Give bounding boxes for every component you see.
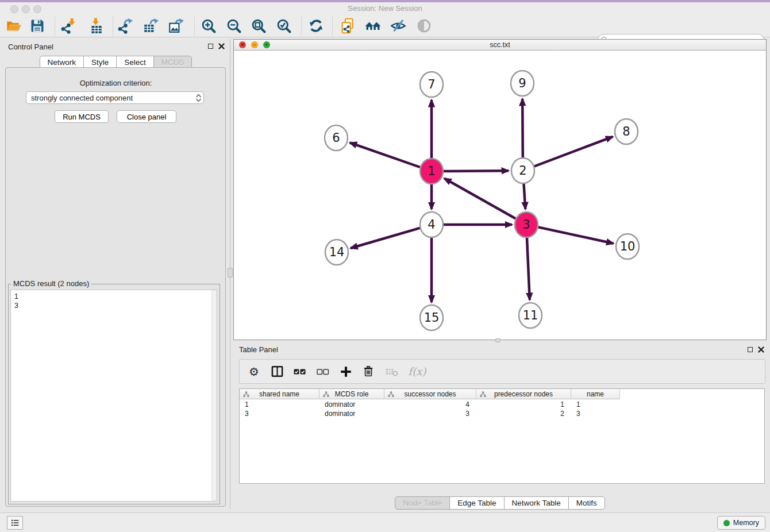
hide-graphics-details-icon[interactable] [390,17,407,34]
svg-text:1: 1 [428,164,435,178]
table-row[interactable]: 1dominator411 [240,400,620,409]
node-9[interactable]: 9 [511,71,534,96]
cell-MCDS-role: dominator [319,400,384,409]
svg-text:15: 15 [424,311,440,325]
select-stepper-icon [193,94,203,102]
node-6[interactable]: 6 [325,125,348,151]
column-header-MCDS-role[interactable]: MCDS role [319,389,384,399]
mcds-result-text: 1 3 [11,290,211,501]
float-table-panel-icon[interactable] [748,347,753,352]
show-graphics-details-icon[interactable] [415,17,433,34]
close-panel-icon[interactable] [218,43,225,49]
table-row[interactable]: 3dominator323 [240,409,620,418]
node-3[interactable]: 3 [515,212,538,237]
close-panel-button[interactable]: Close panel [117,110,176,123]
node-15[interactable]: 15 [420,305,443,330]
float-panel-icon[interactable] [208,44,213,49]
svg-text:10: 10 [620,240,636,253]
edge-3-10[interactable] [538,227,614,243]
deselect-all-icon[interactable] [315,364,330,379]
edge-2-3[interactable] [524,184,526,209]
node-11[interactable]: 11 [519,303,542,328]
task-history-button[interactable] [7,516,23,530]
horizontal-splitter-handle[interactable] [495,338,500,342]
export-table-icon[interactable] [142,17,159,34]
table-header: shared nameMCDS rolesuccessor nodesprede… [240,389,620,399]
memory-label: Memory [733,519,759,527]
vertical-splitter-handle[interactable] [228,268,233,277]
criterion-select[interactable]: strongly connected component [26,91,204,104]
function-builder-icon: f(x) [407,364,427,379]
svg-text:9: 9 [518,76,526,90]
network-title: scc.txt [234,41,766,49]
table-panel-tab-edge-table[interactable]: Edge Table [449,496,504,510]
node-2[interactable]: 2 [511,158,534,183]
zoom-selected-icon[interactable] [275,17,292,34]
node-14[interactable]: 14 [325,240,348,265]
clone-network-icon[interactable] [339,17,356,34]
add-icon[interactable] [338,364,353,379]
select-all-icon[interactable] [292,364,307,379]
table-tabs: Node TableEdge TableNetwork TableMotifs [233,496,767,510]
edge-1-2[interactable] [444,171,509,171]
node-10[interactable]: 10 [616,234,639,259]
column-header-name[interactable]: name [571,389,620,399]
export-image-icon[interactable] [167,17,184,34]
edge-3-11[interactable] [527,238,530,300]
table-panel-tab-motifs[interactable]: Motifs [568,496,605,510]
delete-icon[interactable] [361,364,376,379]
apply-layout-icon[interactable] [307,17,325,34]
edge-2-9[interactable] [522,99,523,157]
cell-successor-nodes: 3 [384,409,476,418]
first-neighbors-icon[interactable] [364,17,382,34]
import-table-icon[interactable] [87,17,105,34]
svg-text:11: 11 [523,309,538,322]
table-settings-icon[interactable]: ⚙ [247,364,261,379]
network-window-titlebar[interactable]: ✕ − + scc.txt [234,40,766,51]
open-session-icon[interactable] [5,17,22,34]
save-session-icon[interactable] [29,17,46,34]
column-header-shared-name[interactable]: shared name [240,389,319,399]
edge-3-1[interactable] [444,179,515,219]
cell-shared-name: 3 [240,409,319,418]
memory-status-icon [723,520,730,526]
cell-predecessor-nodes: 2 [476,409,571,418]
cell-name: 3 [571,409,620,418]
zoom-out-icon[interactable] [225,17,242,34]
table-panel-tab-node-table[interactable]: Node Table [395,496,450,510]
zoom-fit-icon[interactable] [250,17,267,34]
zoom-in-icon[interactable] [200,17,217,34]
network-view-window: ✕ − + scc.txt 1234678910111415 [233,39,767,340]
node-7[interactable]: 7 [420,72,443,97]
cell-name: 1 [571,400,620,409]
node-1[interactable]: 1 [420,159,443,184]
control-panel-title: Control Panel [8,43,53,51]
mcds-result-title: MCDS result (2 nodes) [11,279,91,288]
node-8[interactable]: 8 [615,119,638,144]
optimization-criterion-label: Optimization criterion: [5,79,227,87]
svg-text:6: 6 [332,131,340,145]
edge-1-6[interactable] [350,142,420,167]
table-panel-title: Table Panel [239,345,278,354]
result-scrollbar[interactable] [211,290,217,501]
show-columns-icon[interactable] [270,364,284,379]
application-window: Session: New Session [0,0,770,532]
column-header-successor-nodes[interactable]: successor nodes [384,389,476,399]
table-panel-tab-network-table[interactable]: Network Table [504,496,569,510]
edge-4-14[interactable] [351,228,420,248]
cell-shared-name: 1 [240,400,319,409]
mcds-result-box[interactable]: 1 3 [10,290,217,502]
network-canvas[interactable]: 1234678910111415 [234,51,766,340]
run-mcds-button[interactable]: Run MCDS [55,110,109,123]
column-header-predecessor-nodes[interactable]: predecessor nodes [476,389,571,399]
cell-predecessor-nodes: 1 [476,400,571,409]
close-table-panel-icon[interactable] [758,346,764,353]
delete-table-icon [384,364,399,379]
svg-text:7: 7 [428,78,435,91]
toolbar-separator [332,17,333,36]
export-network-icon[interactable] [117,17,134,34]
import-network-icon[interactable] [60,17,77,34]
node-4[interactable]: 4 [420,212,443,237]
edge-2-8[interactable] [534,137,613,167]
memory-button[interactable]: Memory [717,516,765,530]
